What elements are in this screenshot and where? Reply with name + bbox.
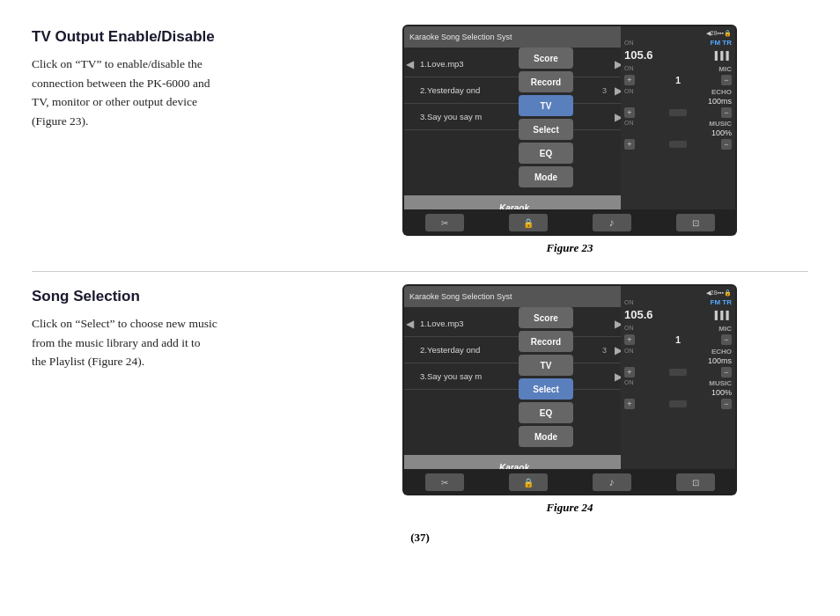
right-panel-1: ◀28▪▪▪🔒 ON FM TR 105.6 ▌▌▌ ON MIC	[621, 26, 735, 218]
record-btn-2[interactable]: Record	[519, 331, 573, 352]
tv-btn-1[interactable]: TV	[519, 95, 573, 116]
section-divider	[32, 271, 808, 272]
echo-minus-btn[interactable]: −	[721, 107, 732, 118]
mic-val-2: 1	[675, 334, 681, 345]
ctrl-btn-8[interactable]: ⊡	[676, 473, 715, 491]
music-val-1: 100%	[711, 128, 732, 137]
song-row-1: ◀ 1.Love.mp3 ▶	[404, 51, 624, 77]
echo-plus-btn[interactable]: +	[624, 107, 635, 118]
ctrl-btn-7[interactable]: ♪	[593, 473, 631, 491]
song-row-3: 3.Say you say m ▶	[404, 104, 624, 130]
nav-left-2: ◀	[406, 318, 414, 330]
on-label-music: ON	[624, 120, 634, 128]
mic-label-2: MIC	[718, 325, 732, 333]
eq-btn-2[interactable]: EQ	[519, 402, 573, 423]
section-tv-output: TV Output Enable/Disable Click on “TV” t…	[32, 25, 808, 255]
score-btn-2[interactable]: Score	[519, 307, 573, 328]
on-label-echo: ON	[624, 88, 634, 96]
ctrl-btn-2[interactable]: 🔒	[509, 214, 548, 231]
freq-1: 105.6	[624, 48, 653, 62]
mic-plus-btn-2[interactable]: +	[624, 334, 635, 345]
song-list-1: ◀ 1.Love.mp3 ▶ 2.Yesterday ond 3 ▶ 3.Say…	[404, 48, 624, 134]
mic-plus-btn[interactable]: +	[624, 75, 635, 85]
figure-col-1: Karaoke Song Selection Syst ◀ 1.Love.mp3…	[331, 25, 808, 255]
screen-2: Karaoke Song Selection Syst ◀ 1.Love.mp3…	[404, 286, 624, 478]
score-btn-1[interactable]: Score	[519, 48, 573, 69]
music-label-2: MUSIC	[709, 379, 732, 387]
select-btn-2[interactable]: Select	[519, 378, 573, 400]
section-heading-1: TV Output Enable/Disable	[32, 28, 313, 46]
rp-top-2: ◀28▪▪▪🔒	[624, 290, 732, 297]
music-plus-btn[interactable]: +	[624, 139, 635, 150]
section-song-selection: Song Selection Click on “Select” to choo…	[32, 284, 808, 515]
ctrl-btn-3[interactable]: ♪	[593, 214, 631, 231]
echo-slider	[669, 109, 687, 116]
song-row-4: ◀ 1.Love.mp3 ▶	[404, 311, 624, 337]
screen-1: Karaoke Song Selection Syst ◀ 1.Love.mp3…	[404, 26, 624, 218]
echo-slider-2	[669, 369, 687, 376]
song-list-2: ◀ 1.Love.mp3 ▶ 2.Yesterday ond 3 ▶ 3.Say…	[404, 307, 624, 393]
mic-minus-btn[interactable]: −	[721, 75, 732, 85]
ctrl-btn-1[interactable]: ✂	[425, 214, 464, 231]
nav-left-1: ◀	[406, 58, 414, 70]
music-val-2: 100%	[711, 388, 732, 397]
song-row-2: 2.Yesterday ond 3 ▶	[404, 77, 624, 104]
screen-top-1: Karaoke Song Selection Syst	[404, 26, 624, 48]
device-figure-24: Karaoke Song Selection Syst ◀ 1.Love.mp3…	[402, 284, 737, 478]
ctrl-btn-6[interactable]: 🔒	[509, 473, 548, 491]
mode-btn-2[interactable]: Mode	[519, 426, 573, 447]
battery-2: ◀28▪▪▪🔒	[706, 290, 732, 297]
music-label-1: MUSIC	[709, 120, 732, 128]
on-label-mic: ON	[624, 65, 634, 73]
on-label-fm: ON	[624, 40, 634, 46]
text-col-1: TV Output Enable/Disable Click on “TV” t…	[32, 25, 313, 255]
mode-btn-1[interactable]: Mode	[519, 166, 573, 187]
text-col-2: Song Selection Click on “Select” to choo…	[32, 284, 313, 515]
music-slider	[669, 141, 687, 148]
figure-col-2: Karaoke Song Selection Syst ◀ 1.Love.mp3…	[331, 284, 808, 515]
echo-plus-btn-2[interactable]: +	[624, 367, 635, 378]
menu-overlay-1: Score Record TV Select EQ Mode	[519, 48, 573, 187]
rp-top-1: ◀28▪▪▪🔒	[624, 30, 732, 37]
menu-overlay-2: Score Record TV Select EQ Mode	[519, 307, 573, 447]
body-text-2: Click on “Select” to choose new music fr…	[32, 314, 305, 371]
echo-label-1: ECHO	[711, 88, 732, 96]
tv-btn-2[interactable]: TV	[519, 355, 573, 376]
ctrl-btn-4[interactable]: ⊡	[676, 214, 715, 231]
song-row-6: 3.Say you say m ▶	[404, 363, 624, 390]
on-label-music-2: ON	[624, 379, 634, 387]
page-number: (37)	[32, 531, 808, 545]
record-btn-1[interactable]: Record	[519, 71, 573, 92]
screen-top-2: Karaoke Song Selection Syst	[404, 286, 624, 307]
device-figure-23: Karaoke Song Selection Syst ◀ 1.Love.mp3…	[402, 25, 737, 218]
mic-val-1: 1	[675, 75, 681, 85]
battery-1: ◀28▪▪▪🔒	[706, 30, 732, 37]
music-plus-btn-2[interactable]: +	[624, 399, 635, 409]
music-minus-btn-2[interactable]: −	[721, 399, 732, 409]
echo-val-2: 100ms	[708, 356, 732, 365]
freq-2: 105.6	[624, 308, 653, 321]
echo-label-2: ECHO	[711, 348, 732, 356]
figure-label-1: Figure 23	[546, 241, 593, 255]
fm-label-2: FM TR	[711, 298, 732, 306]
on-label-fm-2: ON	[624, 299, 634, 305]
page-container: TV Output Enable/Disable Click on “TV” t…	[0, 0, 840, 562]
mic-label-1: MIC	[718, 65, 732, 73]
body-text-1: Click on “TV” to enable/disable the conn…	[32, 55, 305, 130]
eq-btn-1[interactable]: EQ	[519, 143, 573, 164]
fm-label-1: FM TR	[711, 39, 732, 47]
signal-bars-2: ▌▌▌	[715, 311, 732, 319]
select-btn-1[interactable]: Select	[519, 119, 573, 140]
song-row-5: 2.Yesterday ond 3 ▶	[404, 337, 624, 363]
echo-val-1: 100ms	[708, 97, 732, 106]
mic-plus-1: +	[624, 75, 635, 85]
signal-bars-1: ▌▌▌	[715, 51, 732, 60]
mic-minus-btn-2[interactable]: −	[721, 334, 732, 345]
on-label-mic-2: ON	[624, 325, 634, 333]
on-label-echo-2: ON	[624, 348, 634, 356]
ctrl-btn-5[interactable]: ✂	[425, 473, 464, 491]
music-minus-btn[interactable]: −	[721, 139, 732, 150]
right-panel-2: ◀28▪▪▪🔒 ON FM TR 105.6 ▌▌▌ ON MIC	[621, 286, 735, 478]
echo-minus-btn-2[interactable]: −	[721, 367, 732, 378]
music-slider-2	[669, 400, 687, 407]
